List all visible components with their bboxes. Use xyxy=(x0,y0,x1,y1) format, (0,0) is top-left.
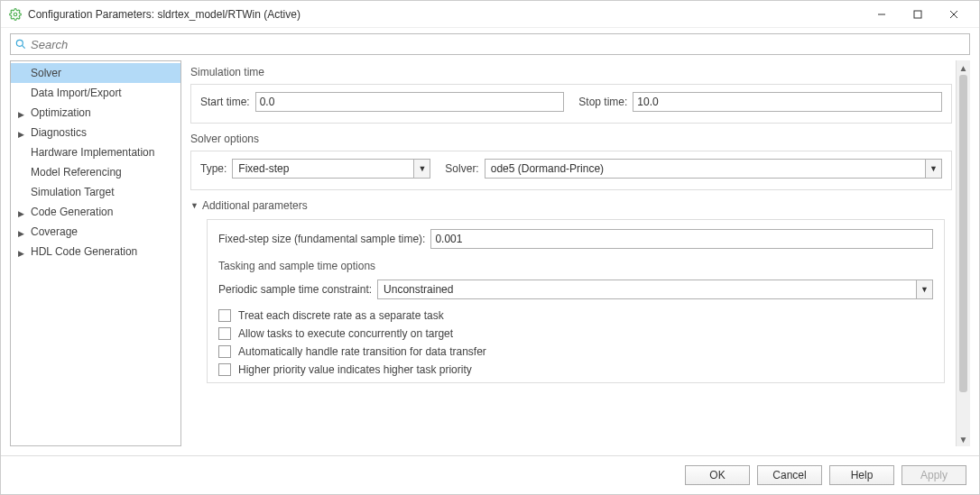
tree-expand-icon: ▶ xyxy=(18,225,24,242)
checkbox-icon xyxy=(218,309,231,322)
svg-point-0 xyxy=(14,13,17,16)
chevron-down-icon: ▼ xyxy=(413,160,430,178)
ok-button[interactable]: OK xyxy=(685,465,750,485)
cb-priority-label: Higher priority value indicates higher t… xyxy=(238,363,472,376)
sidebar-item-model-referencing[interactable]: Model Referencing xyxy=(11,162,180,182)
solver-value: ode5 (Dormand-Prince) xyxy=(485,160,925,178)
additional-params-toggle[interactable]: ▼ Additional parameters xyxy=(190,199,952,212)
sidebar-item-label: Coverage xyxy=(31,225,78,238)
content-area: SolverData Import/Export▶Optimization▶Di… xyxy=(1,60,979,455)
solver-label: Solver: xyxy=(445,162,478,175)
type-dropdown[interactable]: Fixed-step ▼ xyxy=(232,159,430,179)
sidebar-item-coverage[interactable]: ▶Coverage xyxy=(11,222,180,242)
constraint-dropdown[interactable]: Unconstrained ▼ xyxy=(377,280,933,299)
tree-expand-icon: ▶ xyxy=(18,206,24,222)
window-title: Configuration Parameters: sldrtex_model/… xyxy=(28,8,864,21)
sidebar-item-solver[interactable]: Solver xyxy=(11,63,180,83)
checkbox-icon xyxy=(218,363,231,376)
tree-expand-icon: ▶ xyxy=(18,245,24,261)
cb-separate-task[interactable]: Treat each discrete rate as a separate t… xyxy=(218,307,933,325)
type-value: Fixed-step xyxy=(233,160,413,178)
close-button[interactable] xyxy=(936,2,972,27)
tree-expand-icon: ▶ xyxy=(18,126,24,142)
sidebar-item-label: Model Referencing xyxy=(31,166,122,179)
additional-params-title: Additional parameters xyxy=(202,199,308,212)
help-button[interactable]: Help xyxy=(829,465,894,485)
nav-sidebar[interactable]: SolverData Import/Export▶Optimization▶Di… xyxy=(10,60,181,446)
sidebar-item-label: Hardware Implementation xyxy=(31,146,154,159)
sidebar-item-hdl-code-generation[interactable]: ▶HDL Code Generation xyxy=(11,242,180,261)
solver-options-group: Type: Fixed-step ▼ Solver: ode5 (Dormand… xyxy=(190,151,952,190)
checkbox-icon xyxy=(218,327,231,340)
scrollbar-thumb[interactable] xyxy=(959,75,967,392)
fixed-step-label: Fixed-step size (fundamental sample time… xyxy=(218,233,425,245)
cb-separate-task-label: Treat each discrete rate as a separate t… xyxy=(238,309,444,322)
tree-expand-icon: ▶ xyxy=(18,106,24,123)
sidebar-item-data-import-export[interactable]: Data Import/Export xyxy=(11,83,180,103)
sim-time-title: Simulation time xyxy=(190,66,952,78)
cb-rate-transition[interactable]: Automatically handle rate transition for… xyxy=(218,343,933,361)
sidebar-item-label: Data Import/Export xyxy=(31,87,122,99)
chevron-down-icon: ▼ xyxy=(925,160,941,178)
scroll-up-icon: ▲ xyxy=(957,60,970,75)
fixed-step-input[interactable] xyxy=(430,229,933,249)
sidebar-item-optimization[interactable]: ▶Optimization xyxy=(11,103,180,123)
window: Configuration Parameters: sldrtex_model/… xyxy=(0,0,980,495)
sidebar-item-label: Optimization xyxy=(31,106,91,119)
maximize-button[interactable] xyxy=(900,2,936,27)
titlebar-buttons xyxy=(864,2,972,27)
search-icon xyxy=(14,38,27,50)
sidebar-item-diagnostics[interactable]: ▶Diagnostics xyxy=(11,123,180,142)
minimize-button[interactable] xyxy=(864,2,900,27)
sidebar-item-label: HDL Code Generation xyxy=(31,245,137,258)
type-label: Type: xyxy=(200,162,227,175)
apply-button[interactable]: Apply xyxy=(901,465,966,485)
chevron-down-icon: ▼ xyxy=(916,280,932,298)
main-panel: Simulation time Start time: Stop time: S… xyxy=(189,60,970,446)
scroll-down-icon: ▼ xyxy=(957,432,970,446)
sidebar-item-code-generation[interactable]: ▶Code Generation xyxy=(11,202,180,222)
tasking-title: Tasking and sample time options xyxy=(218,260,933,272)
stop-time-label: Stop time: xyxy=(578,96,627,108)
cb-concurrent-label: Allow tasks to execute concurrently on t… xyxy=(238,327,453,340)
sidebar-item-simulation-target[interactable]: Simulation Target xyxy=(11,182,180,202)
sidebar-item-label: Diagnostics xyxy=(31,126,87,139)
sidebar-item-label: Code Generation xyxy=(31,206,113,218)
cb-rate-transition-label: Automatically handle rate transition for… xyxy=(238,345,486,358)
solver-options-title: Solver options xyxy=(190,133,952,145)
constraint-value: Unconstrained xyxy=(378,280,916,298)
solver-dropdown[interactable]: ode5 (Dormand-Prince) ▼ xyxy=(485,159,942,179)
main-scroll: Simulation time Start time: Stop time: S… xyxy=(189,60,956,446)
sidebar-item-label: Simulation Target xyxy=(31,186,115,198)
sidebar-item-label: Solver xyxy=(31,67,61,79)
sim-time-group: Start time: Stop time: xyxy=(190,84,952,124)
cb-priority[interactable]: Higher priority value indicates higher t… xyxy=(218,361,933,379)
checkbox-icon xyxy=(218,345,231,358)
cb-concurrent[interactable]: Allow tasks to execute concurrently on t… xyxy=(218,325,933,343)
search-input[interactable] xyxy=(31,38,966,51)
vertical-scrollbar[interactable]: ▲ ▼ xyxy=(956,60,970,446)
additional-params-group: Fixed-step size (fundamental sample time… xyxy=(207,219,945,383)
svg-point-5 xyxy=(16,40,23,46)
constraint-label: Periodic sample time constraint: xyxy=(218,283,372,296)
svg-line-6 xyxy=(22,45,24,48)
start-time-label: Start time: xyxy=(200,96,250,108)
cancel-button[interactable]: Cancel xyxy=(757,465,822,485)
start-time-input[interactable] xyxy=(255,92,565,112)
svg-rect-2 xyxy=(914,11,921,18)
titlebar: Configuration Parameters: sldrtex_model/… xyxy=(1,1,979,28)
sidebar-item-hardware-implementation[interactable]: Hardware Implementation xyxy=(11,142,180,162)
collapse-triangle-icon: ▼ xyxy=(190,201,199,210)
footer: OK Cancel Help Apply xyxy=(1,455,979,494)
app-icon xyxy=(8,7,23,22)
search-row xyxy=(1,28,979,60)
stop-time-input[interactable] xyxy=(633,92,942,112)
search-box[interactable] xyxy=(10,33,970,55)
